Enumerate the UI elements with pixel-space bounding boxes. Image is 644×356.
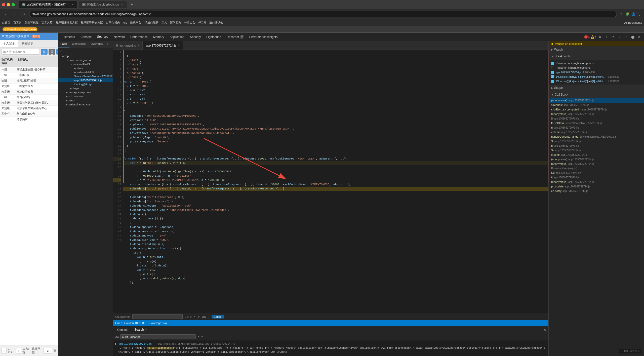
sources-tab-overrides[interactable]: Overrides [88, 41, 105, 48]
close-traffic-light[interactable] [2, 3, 5, 6]
bp-item-3-checkbox[interactable] [551, 80, 554, 83]
reset-button[interactable]: 重置 [41, 49, 48, 55]
cs-foreach[interactable]: r.forEach.s.<computed>app.1705652729714.… [549, 107, 644, 112]
more-button[interactable]: 更多▼ [49, 49, 55, 55]
error-count-icon[interactable]: 🔴 6 [584, 34, 590, 40]
pause-icon[interactable]: ⏸ [604, 34, 609, 40]
cs-anonymous-3[interactable]: (anonymous)app.1705652729714.js [549, 157, 644, 162]
code-search-input[interactable] [132, 314, 183, 319]
watch-section-header[interactable]: ▶ Watch [549, 46, 644, 53]
cs-anonymous-4[interactable]: (anonymous)app.1705652729714.js [549, 162, 644, 166]
extensions-icon[interactable]: 🧩 [625, 12, 630, 17]
table-row[interactable]: 一级熊猫集团医院-佰心科47 [0, 67, 58, 72]
dt-tab-security[interactable]: Security [187, 33, 203, 41]
tree-wasm[interactable]: ▶wasm [58, 98, 113, 102]
console-tab-search[interactable]: Search ✕ [132, 327, 149, 332]
tree-top[interactable]: ▶top [58, 54, 113, 58]
editor-tab-app-js[interactable]: app.1705652729714.js ✕ [143, 41, 183, 50]
editor-tab-tinyun-close[interactable]: ✕ [137, 44, 139, 47]
cs-anonymous-1[interactable]: (anonymous)app.1705652729714.js [549, 98, 644, 103]
bp-item-1-checkbox[interactable] [551, 71, 554, 74]
dt-tab-performance[interactable]: Performance [128, 33, 150, 41]
dt-tab-console[interactable]: Console [78, 33, 94, 41]
bookmark-item-1[interactable]: 自首页 [2, 21, 10, 24]
sources-tab-page[interactable]: Page [58, 41, 69, 48]
bookmark-item-9[interactable]: JS逆向破解 [144, 21, 158, 24]
dt-tab-application[interactable]: Application [167, 33, 187, 41]
prev-page-button[interactable]: ‹ [2, 348, 7, 353]
dt-tab-perf-insights[interactable]: Performance insights [247, 33, 280, 41]
settings-icon[interactable]: ⚙ [597, 34, 603, 40]
tree-loading-gif[interactable]: loading@2x.gif [58, 82, 113, 86]
bookmark-item-6[interactable]: 程序翻译解决方案 [81, 21, 103, 24]
code-scroll-area[interactable]: 12345 678910 1112131415 1617181920 21222… [113, 50, 548, 313]
bookmark-item-10[interactable]: 工具 [162, 21, 167, 24]
table-row[interactable]: 未定级南京华厦白癜风治疗中心 [0, 106, 58, 111]
bookmark-item-4[interactable]: 功工具箱 [42, 21, 53, 24]
bookmark-item-7[interactable]: 自动化相关 [106, 21, 120, 24]
table-row[interactable]: 未定级富贵巷与北关门街交叉汇... [0, 100, 58, 106]
cs-se-1[interactable]: $eapp.1705652729714.js [549, 139, 644, 143]
close-devtools-icon[interactable]: ✕ [636, 34, 642, 40]
page-jump-input[interactable] [43, 348, 52, 353]
cs-emit[interactable]: e.$emitapp.1705652729714.js [549, 130, 644, 134]
bookmark-item-8[interactable]: 提权平台 [130, 21, 141, 24]
bp-item-2-checkbox[interactable] [551, 75, 554, 78]
table-row[interactable]: 诊断海天11胆门诊部 [0, 78, 58, 84]
search-down-icon[interactable]: ∨ [198, 315, 200, 319]
cs-tt[interactable]: ttapp.1705652729714.js [549, 175, 644, 180]
cs-ce-notify[interactable]: ce.notifyapp.1705652729714.js [549, 189, 644, 193]
sources-tab-workspace[interactable]: Workspace [69, 41, 88, 48]
tree-app-js[interactable]: app.1705652729714.js [58, 78, 113, 82]
tree-webapi[interactable]: ▶webapi.amap.com [58, 102, 113, 106]
match-case-icon[interactable]: Aa [202, 315, 206, 318]
bookmark-item-11[interactable]: 留学相关 [170, 21, 181, 24]
tab-2[interactable]: 🕷 爬虫工具-spidertools.cn ✕ [79, 1, 127, 8]
dt-tab-network[interactable]: Network [111, 33, 127, 41]
cs-pn-update[interactable]: pn.updateapp.1705652729714.js [549, 184, 644, 189]
bp-uncaught-checkbox[interactable] [551, 62, 554, 65]
bp-caught-checkbox[interactable] [551, 66, 554, 69]
star-icon[interactable]: ☆ [619, 12, 624, 17]
console-search-clear[interactable]: ✕ [197, 335, 199, 338]
breakpoints-section-header[interactable]: ▼ Breakpoints [549, 53, 644, 60]
tree-static[interactable]: ▶static [58, 66, 113, 70]
search-up-icon[interactable]: ∧ [193, 315, 196, 319]
step-into-icon[interactable]: ↓ [617, 34, 622, 40]
tree-servicesearch[interactable]: ServiceSearchModule.170565272... [58, 74, 113, 78]
table-row[interactable]: 一级富贵巷18号 [0, 95, 58, 100]
cs-emit-2[interactable]: e.$emitapp.1705652729714.js [549, 152, 644, 157]
bookmark-item-5[interactable]: 程序编课辅助方案 [56, 21, 78, 24]
regex-icon[interactable]: .* [208, 315, 210, 318]
back-button[interactable]: ‹ [2, 11, 9, 18]
bookmark-item-3[interactable]: 数据可视化 [25, 21, 38, 24]
address-bar[interactable]: fuwu.nhsa.gov.cn/nationalHallSt/search/m… [29, 11, 617, 17]
bookmark-item-14[interactable]: 逆向测试公 [209, 21, 223, 24]
cancel-search-button[interactable]: Cancel [212, 315, 224, 319]
dt-tab-lighthouse[interactable]: Lighthouse [204, 33, 224, 41]
cs-handlecurrent[interactable]: handleCurrentChangeServiceSearchMo...652… [549, 134, 644, 139]
console-search-refresh[interactable]: ↺ [201, 335, 203, 338]
console-tab-console[interactable]: Console [115, 328, 130, 332]
dt-tab-recorder[interactable]: Recorder 🎬 [224, 33, 246, 41]
warn-count-icon[interactable]: ⚠️ 7 [591, 34, 596, 40]
editor-tab-app-js-close[interactable]: ✕ [178, 44, 180, 47]
tree-tinyun[interactable]: ▶tinyun [58, 86, 113, 90]
cs-ue[interactable]: Ueapp.1705652729714.js [549, 171, 644, 175]
minimize-traffic-light[interactable] [7, 3, 10, 6]
cs-n[interactable]: napp.1705652729714.js [549, 125, 644, 130]
sync-icon[interactable]: ⟳ [59, 49, 62, 53]
table-row[interactable]: 一级十字街3号 [0, 72, 58, 78]
tab-unit-login[interactable]: 单位登录 [18, 40, 36, 47]
next-page-button[interactable]: › [16, 348, 21, 353]
tree-restapi[interactable]: ▶restapi.amap.com [58, 90, 113, 94]
tab-personal-login[interactable]: 个人登录 [0, 40, 18, 47]
refresh-button[interactable]: ↺ [20, 11, 27, 18]
cs-fngetdata[interactable]: fnGetDataServiceSearchMo...652729714.js [549, 121, 644, 125]
console-close-button[interactable]: ✕ [543, 328, 546, 332]
maximize-traffic-light[interactable] [12, 3, 15, 6]
editor-tab-tinyun[interactable]: tinyun-agent.js ✕ [113, 41, 143, 50]
dt-tab-elements[interactable]: Elements [60, 33, 77, 41]
menu-icon[interactable]: ⋮ [637, 12, 642, 17]
tree-nationalhall[interactable]: ▼nationalHallSt [58, 62, 113, 66]
